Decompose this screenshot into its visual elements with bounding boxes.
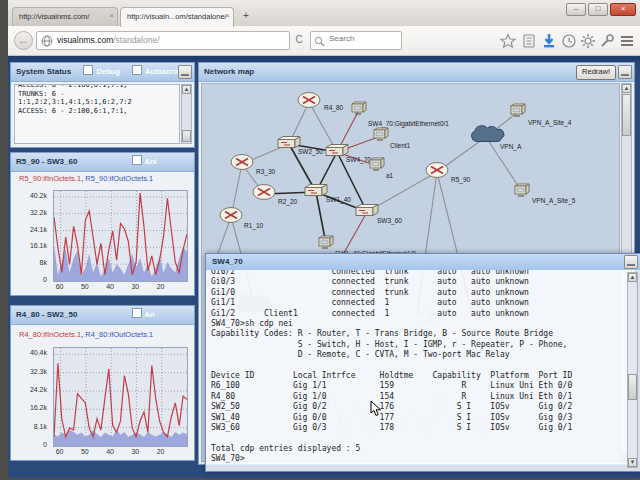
window-close-button[interactable]: × — [610, 3, 636, 16]
scroll-up-icon[interactable]: ▲ — [628, 273, 637, 282]
terminal-line: S - Switch, H - Host, I - IGMP, r - Repe… — [211, 340, 626, 350]
terminal-line — [211, 434, 626, 444]
map-node-pc_top[interactable] — [349, 100, 369, 120]
new-tab-button[interactable]: + — [238, 10, 254, 23]
scrollbar-thumb[interactable] — [628, 374, 637, 400]
scroll-down-icon[interactable]: ▼ — [628, 458, 637, 467]
download-icon[interactable] — [541, 33, 557, 49]
terminal-titlebar[interactable]: SW4_70 — [206, 254, 640, 270]
redraw-button[interactable]: Redraw! — [576, 65, 616, 80]
chart-title: R5_90 - SW3_60 — [16, 157, 77, 166]
terminal-line: Total cdp entries displayed : 5 — [211, 444, 626, 454]
browser-window: http://visualnms.com/ × http://visualn..… — [8, 0, 640, 478]
chart-plot-area: 40.2k32.2k24.1k16.1k8k06050403020 — [11, 186, 194, 296]
terminal-line: Gi0/3 connected trunk auto auto unknown — [211, 277, 626, 287]
animate-checkbox[interactable] — [132, 308, 142, 318]
y-axis-tick: 16.1k — [11, 242, 47, 249]
map-node-VPN_A_Site_5[interactable] — [512, 182, 532, 202]
terminal-collapse-button[interactable] — [624, 255, 638, 269]
map-node-label: R2_20 — [278, 198, 297, 205]
animate-checkbox-label: Ani — [145, 157, 157, 166]
map-node-R4_80[interactable] — [297, 92, 321, 113]
window-maximize-button[interactable]: □ — [588, 3, 608, 16]
tab-label: http://visualnms.com/ — [19, 12, 89, 21]
developer-wrench-icon[interactable] — [599, 33, 615, 49]
y-axis-tick: 32.2k — [11, 209, 47, 216]
map-node-pc_bottom[interactable] — [316, 234, 336, 254]
system-status-panel: System Status Debug Autoscroll ACCESS: 6… — [10, 62, 195, 148]
settings-gear-icon[interactable] — [580, 33, 596, 49]
x-axis-tick: 60 — [56, 448, 64, 455]
map-node-VPN_A_Site_4[interactable] — [508, 102, 528, 122]
scrollbar-thumb[interactable] — [622, 94, 631, 136]
scroll-up-icon[interactable]: ▲ — [182, 85, 191, 94]
reload-button[interactable]: C — [292, 33, 306, 48]
terminal-line: R4_80 Gig 1/0 154 R Linux Uni Eth 0/1 — [211, 392, 626, 402]
search-box[interactable] — [310, 31, 402, 50]
terminal-console[interactable]: Gi0/2 connected trunk auto auto unknownG… — [206, 270, 640, 471]
terminal-line: Gi1/1 connected 1 auto auto unknown — [211, 298, 626, 308]
tab-visualnms[interactable]: http://visualnms.com/ × — [12, 7, 118, 26]
scroll-up-icon[interactable]: ▲ — [622, 84, 631, 93]
legend-series-out: R4_80:ifOutOctets.1 — [85, 330, 153, 339]
map-node-R2_20[interactable] — [252, 184, 276, 205]
x-axis-tick: 40 — [106, 448, 114, 455]
autoscroll-checkbox-label: Autoscroll — [145, 67, 182, 76]
debug-checkbox[interactable] — [83, 65, 93, 75]
window-minimize-button[interactable]: – — [566, 3, 586, 16]
scrollbar-thumb[interactable] — [182, 130, 191, 142]
collapse-panel-button[interactable] — [178, 65, 192, 79]
map-node-label: SW2_50 — [298, 148, 323, 155]
url-bar[interactable]: visualnms.com/standalone/ — [36, 31, 290, 50]
search-icon — [314, 36, 325, 47]
map-node-label: SW1_40 — [326, 196, 351, 203]
animate-checkbox-label: An — [145, 310, 155, 319]
log-line: 1:1,2:2,3:1,4:1,5:1,6:2,7:2 — [18, 98, 179, 107]
collapse-panel-button[interactable] — [618, 65, 632, 79]
tab-close-icon[interactable]: × — [225, 11, 230, 20]
tab-close-icon[interactable]: × — [109, 11, 114, 20]
system-status-title: System Status — [16, 67, 71, 76]
y-axis-tick: 40.4k — [11, 349, 47, 356]
terminal-window: SW4_70 Gi0/2 connected trunk auto auto u… — [205, 253, 640, 472]
bookmark-star-icon[interactable] — [500, 33, 516, 49]
y-axis-tick: 24.2k — [11, 386, 47, 393]
back-button[interactable]: ← — [14, 31, 33, 50]
terminal-line: SW1_40 Gig 0/0 177 S I IOSv Gig 0/3 — [211, 413, 626, 423]
search-input[interactable] — [327, 33, 401, 44]
map-node-label: Client1 — [390, 142, 410, 149]
map-node-R5_90[interactable] — [425, 162, 449, 183]
terminal-scrollbar[interactable]: ▲ ▼ — [627, 272, 638, 468]
bookmarks-list-icon[interactable] — [521, 33, 537, 49]
debug-checkbox-label: Debug — [96, 67, 119, 76]
terminal-line: R6_100 Gig 1/1 159 R Linux Uni Eth 0/0 — [211, 381, 626, 391]
chart-header: R4_80 - SW2_50 An — [11, 306, 194, 325]
map-node-R1_10[interactable] — [219, 207, 243, 228]
history-clock-icon[interactable] — [561, 33, 577, 49]
menu-hamburger-icon[interactable] — [619, 33, 635, 49]
mouse-cursor — [370, 400, 382, 417]
terminal-line: D - Remote, C - CVTA, M - Two-port Mac R… — [211, 350, 626, 360]
map-node-label: R5_90 — [451, 176, 470, 183]
terminal-line — [211, 361, 626, 371]
terminal-line: Gi0/2 connected trunk auto auto unknown — [211, 270, 626, 277]
tab-standalone[interactable]: http://visualn...om/standalone/ × — [120, 7, 234, 27]
map-node-a1[interactable] — [367, 156, 387, 176]
map-node-Client1[interactable] — [371, 126, 391, 146]
map-node-R3_30[interactable] — [230, 154, 254, 175]
legend-series-in: R5_90:ifInOctets.1 — [19, 174, 81, 183]
chart-plot-area: 40.4k32.3k24.2k16.2k8.1k06050403020 — [11, 343, 194, 461]
map-node-label: R4_80 — [324, 104, 343, 111]
terminal-title: SW4_70 — [212, 257, 243, 266]
chart-panel-r5-sw3: R5_90 - SW3_60 Ani R5_90:ifInOctets.1, R… — [10, 152, 195, 296]
autoscroll-checkbox[interactable] — [132, 65, 142, 75]
animate-checkbox[interactable] — [132, 155, 142, 165]
log-line: ACCESS: 6 - 2:100,6:1,7:1, — [18, 107, 179, 116]
system-status-log[interactable]: ACCESS: 6 - 2:100,6:1,7:1,TRUNKS: 6 -1:1… — [14, 84, 180, 144]
browser-navbar: ← visualnms.com/standalone/ C — [8, 26, 640, 56]
y-axis-tick: 8.1k — [11, 423, 47, 430]
terminal-line: Capability Codes: R - Router, T - Trans … — [211, 329, 626, 339]
map-node-label: R1_10 — [244, 222, 263, 229]
y-axis-tick: 16.2k — [11, 404, 47, 411]
log-scrollbar[interactable]: ▲ — [181, 84, 192, 144]
